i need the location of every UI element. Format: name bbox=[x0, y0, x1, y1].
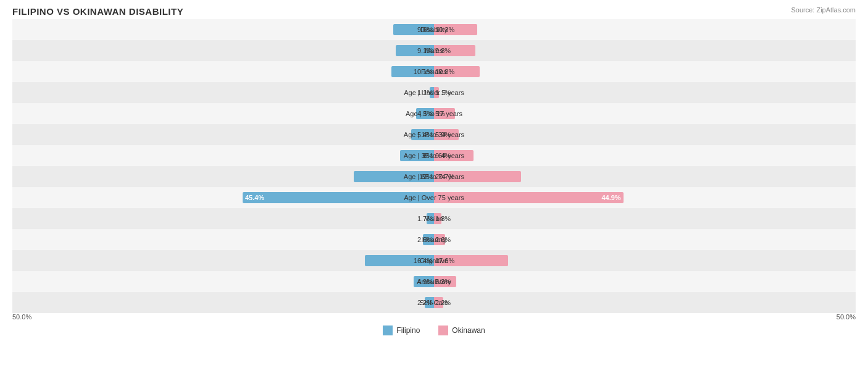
chart-row: Age | 65 to 74 years19%20.7% bbox=[12, 166, 856, 187]
left-bar-container bbox=[12, 229, 434, 250]
val-right: 17.6% bbox=[435, 257, 454, 264]
right-bar-container: 44.9% bbox=[434, 187, 856, 208]
left-bar-container bbox=[12, 19, 434, 40]
rows-wrapper: Disability9.6%10.3%Males9.1%9.8%Females1… bbox=[12, 19, 856, 313]
val-left: 10.1% bbox=[414, 68, 433, 75]
chart-row: Age | Under 5 years1.1%1.1% bbox=[12, 82, 856, 103]
val-left: 8% bbox=[423, 152, 433, 159]
val-left: 4.9% bbox=[417, 278, 433, 285]
right-bar-container bbox=[434, 292, 856, 313]
left-bar-container bbox=[12, 271, 434, 292]
val-left: 4.3% bbox=[417, 110, 433, 117]
left-bar-container bbox=[12, 124, 434, 145]
chart-row: Age | 18 to 34 years5.4%5.9% bbox=[12, 124, 856, 145]
val-left: 1.7% bbox=[417, 215, 433, 222]
left-bar-container bbox=[12, 40, 434, 61]
right-bar-container bbox=[434, 40, 856, 61]
val-right: 2.2% bbox=[435, 299, 451, 306]
val-left: 16.4% bbox=[414, 257, 433, 264]
val-right: 5.3% bbox=[435, 278, 451, 285]
val-inside-left: 45.4% bbox=[243, 194, 264, 201]
chart-row: Hearing2.6%2.6% bbox=[12, 229, 856, 250]
filipino-label: Filipino bbox=[396, 326, 420, 335]
axis-left-label: 50.0% bbox=[12, 313, 31, 321]
legend-area: Filipino Okinawan bbox=[12, 326, 856, 335]
chart-row: Males9.1%9.8% bbox=[12, 40, 856, 61]
val-right: 1.1% bbox=[435, 89, 451, 96]
chart-title: FILIPINO VS OKINAWAN DISABILITY bbox=[12, 6, 856, 17]
okinawan-label: Okinawan bbox=[452, 326, 485, 335]
chart-row: Age | 35 to 64 years8%9.4% bbox=[12, 145, 856, 166]
val-left: 9.6% bbox=[417, 26, 433, 33]
filipino-color-swatch bbox=[383, 326, 393, 335]
chart-source: Source: ZipAtlas.com bbox=[791, 6, 856, 14]
okinawan-color-swatch bbox=[438, 326, 448, 335]
val-right: 2.6% bbox=[435, 236, 451, 243]
left-bar-container bbox=[12, 82, 434, 103]
right-bar-container bbox=[434, 271, 856, 292]
right-bar-container bbox=[434, 208, 856, 229]
chart-row: Disability9.6%10.3% bbox=[12, 19, 856, 40]
val-right: 20.7% bbox=[435, 173, 454, 180]
chart-row: Ambulatory4.9%5.3% bbox=[12, 271, 856, 292]
left-bar-container bbox=[12, 61, 434, 82]
bar-left: 45.4% bbox=[243, 192, 434, 203]
val-left: 19% bbox=[419, 173, 433, 180]
right-bar-container bbox=[434, 166, 856, 187]
val-right: 1.8% bbox=[435, 215, 451, 222]
val-right: 10.8% bbox=[435, 68, 454, 75]
left-bar-container bbox=[12, 208, 434, 229]
val-left: 5.4% bbox=[417, 131, 433, 138]
val-right: 9.8% bbox=[435, 47, 451, 54]
left-bar-container bbox=[12, 166, 434, 187]
right-bar-container bbox=[434, 124, 856, 145]
chart-row: 45.4%44.9%Age | Over 75 years bbox=[12, 187, 856, 208]
val-left: 9.1% bbox=[417, 47, 433, 54]
axis-labels: 50.0% 50.0% bbox=[12, 313, 856, 322]
val-right: 5.9% bbox=[435, 131, 451, 138]
val-right: 9.4% bbox=[435, 152, 451, 159]
left-bar-container bbox=[12, 103, 434, 124]
right-bar-container bbox=[434, 145, 856, 166]
val-left: 2.6% bbox=[417, 236, 433, 243]
right-bar-container bbox=[434, 82, 856, 103]
left-bar-container: 45.4% bbox=[12, 187, 434, 208]
chart-row: Age | 5 to 17 years4.3%5% bbox=[12, 103, 856, 124]
right-bar-container bbox=[434, 250, 856, 271]
chart-container: FILIPINO VS OKINAWAN DISABILITY Source: … bbox=[0, 0, 868, 378]
right-bar-container bbox=[434, 19, 856, 40]
right-bar-container bbox=[434, 229, 856, 250]
legend-filipino: Filipino bbox=[383, 326, 420, 335]
chart-row: Cognitive16.4%17.6% bbox=[12, 250, 856, 271]
chart-row: Females10.1%10.8% bbox=[12, 61, 856, 82]
chart-row: Vision1.7%1.8% bbox=[12, 208, 856, 229]
val-inside-right: 44.9% bbox=[601, 194, 623, 201]
val-right: 5% bbox=[435, 110, 445, 117]
bar-right: 44.9% bbox=[434, 192, 624, 203]
left-bar-container bbox=[12, 250, 434, 271]
val-left: 2.2% bbox=[417, 299, 433, 306]
chart-row: Self-Care2.2%2.2% bbox=[12, 292, 856, 313]
legend-okinawan: Okinawan bbox=[438, 326, 485, 335]
left-bar-container bbox=[12, 145, 434, 166]
val-left: 1.1% bbox=[417, 89, 433, 96]
left-bar-container bbox=[12, 292, 434, 313]
val-right: 10.3% bbox=[435, 26, 454, 33]
right-bar-container bbox=[434, 61, 856, 82]
axis-right-label: 50.0% bbox=[837, 313, 856, 321]
right-bar-container bbox=[434, 103, 856, 124]
